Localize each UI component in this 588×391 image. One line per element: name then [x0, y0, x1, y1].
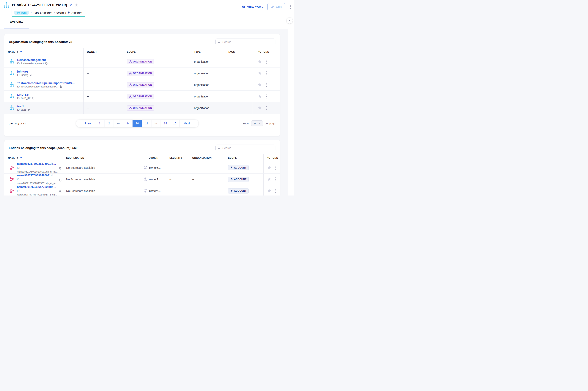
- page-button[interactable]: 1: [95, 120, 104, 127]
- page-button[interactable]: 9: [123, 120, 133, 127]
- question-circle-icon: [144, 189, 147, 193]
- scorecards-cell: No Scorecard available: [63, 178, 143, 181]
- table-row[interactable]: DND_KK ID: DND_KK -- ORGANIZATION organi…: [4, 91, 280, 102]
- type-value: Account: [42, 11, 52, 14]
- star-icon[interactable]: [258, 60, 262, 64]
- organization-cell: --: [192, 189, 228, 193]
- page-size-select[interactable]: 5: [251, 120, 263, 126]
- row-kebab-icon[interactable]: [275, 165, 277, 171]
- pin-icon[interactable]: [19, 51, 22, 53]
- column-security: SECURITY: [169, 157, 192, 159]
- page-button[interactable]: 11: [142, 120, 151, 127]
- type-cell: organization: [190, 106, 224, 110]
- scope-badge: ACCOUNT: [228, 177, 249, 182]
- page-ellipsis[interactable]: •••: [114, 120, 123, 127]
- arrow-left-icon: ←: [80, 122, 83, 125]
- star-icon[interactable]: [258, 94, 262, 98]
- scope-badge: ORGANIZATION: [127, 59, 154, 64]
- organization-tree-icon: [9, 82, 14, 88]
- page-button[interactable]: 14: [161, 120, 170, 127]
- row-kebab-icon[interactable]: [275, 177, 277, 182]
- edit-button[interactable]: Edit: [267, 3, 285, 10]
- table-row[interactable]: ReleaseManagement ID: ReleaseManagement …: [4, 56, 280, 67]
- copy-icon[interactable]: [29, 74, 32, 77]
- table-row[interactable]: name98671759898485031idp_... ID: name986…: [4, 173, 280, 185]
- organization-tree-icon: [9, 94, 14, 99]
- table-row[interactable]: juhi-org ID: juhiorg -- ORGANIZATION org…: [4, 67, 280, 79]
- entities-search-input[interactable]: [215, 145, 276, 151]
- org-id: ID: ReleaseManagement: [17, 62, 44, 65]
- table-row[interactable]: name98521760935275091idp_... ID: name985…: [4, 162, 280, 173]
- search-icon: [217, 146, 221, 150]
- pin-icon[interactable]: [19, 157, 22, 159]
- organisations-search-input[interactable]: [215, 39, 276, 45]
- entity-id: name9991759466477325idp_ui_aut...: [17, 193, 57, 196]
- row-kebab-icon[interactable]: [265, 105, 267, 111]
- column-actions: ACTIONS: [263, 154, 280, 162]
- org-name-link[interactable]: TestAccResourcePipelineImportFromGit_oN.…: [17, 82, 75, 85]
- page-button[interactable]: 2: [104, 120, 114, 127]
- star-icon[interactable]: [267, 166, 272, 170]
- copy-icon[interactable]: [45, 62, 48, 65]
- organization-cell: --: [192, 166, 228, 169]
- tab-overview[interactable]: Overview: [4, 15, 29, 29]
- header-kebab-icon[interactable]: [289, 4, 292, 9]
- copy-icon[interactable]: [27, 108, 30, 111]
- next-page-button[interactable]: Next→: [179, 120, 198, 127]
- table-row[interactable]: name9991759466477325idp_ui... ID: name99…: [4, 185, 280, 196]
- show-label: Show: [242, 122, 249, 125]
- page-button-active[interactable]: 10: [133, 120, 142, 127]
- scope-badge: ORGANIZATION: [127, 94, 154, 99]
- entity-id-label: ID:: [17, 166, 58, 170]
- entity-name-link[interactable]: name98521760935275091idp_...: [17, 162, 57, 166]
- favorite-star-icon[interactable]: [75, 3, 78, 7]
- page-ellipsis[interactable]: •••: [151, 120, 161, 127]
- column-type: TYPE: [190, 51, 224, 53]
- row-kebab-icon[interactable]: [265, 94, 267, 99]
- star-icon[interactable]: [258, 71, 262, 75]
- sort-icon[interactable]: [16, 157, 18, 159]
- star-icon[interactable]: [267, 177, 272, 181]
- scope-badge: ORGANIZATION: [127, 71, 154, 76]
- sort-icon[interactable]: [16, 51, 18, 53]
- entity-name-link[interactable]: name98671759898485031idp_...: [17, 174, 57, 177]
- column-scorecards: SCORECARDS: [63, 157, 143, 159]
- star-icon[interactable]: [258, 83, 262, 87]
- copy-icon[interactable]: [32, 97, 35, 100]
- entity-icon: [9, 188, 14, 194]
- organization-icon: [129, 60, 132, 63]
- org-name-link[interactable]: DND_KK: [17, 93, 35, 96]
- table-row[interactable]: TestAccResourcePipelineImportFromGit_oN.…: [4, 79, 280, 91]
- star-icon[interactable]: [267, 189, 272, 193]
- org-id: ID: juhiorg: [17, 74, 28, 77]
- row-kebab-icon[interactable]: [265, 59, 267, 65]
- org-name-link[interactable]: ReleaseManagement: [17, 58, 48, 62]
- prev-page-button[interactable]: ←Prev: [76, 120, 95, 127]
- entity-id: name98521760935275091idp_ui_au...: [17, 170, 58, 173]
- entity-name-link[interactable]: name9991759466477325idp_ui...: [17, 185, 57, 189]
- per-page-label: per page: [265, 122, 276, 125]
- org-name-link[interactable]: juhi-org: [17, 70, 32, 73]
- entities-title: Entities belonging to this scope (accoun…: [9, 146, 78, 150]
- star-icon[interactable]: [258, 106, 262, 110]
- org-name-link[interactable]: test1: [17, 105, 30, 108]
- hierarchy-badge: Hierarchy: [13, 10, 29, 15]
- organisations-title: Organisation belonging to this Account: …: [9, 40, 72, 44]
- arrow-right-icon: →: [191, 122, 194, 125]
- collapse-panel-button[interactable]: [287, 17, 293, 23]
- row-kebab-icon[interactable]: [265, 82, 267, 88]
- view-yaml-button[interactable]: View YAML: [242, 5, 263, 9]
- organisations-search: [215, 39, 276, 45]
- type-cell: organization: [190, 83, 224, 87]
- organization-tree-icon: [9, 71, 14, 76]
- row-kebab-icon[interactable]: [275, 188, 277, 194]
- table-row[interactable]: test1 ID: test1 -- ORGANIZATION organiza…: [4, 102, 280, 114]
- page-button[interactable]: 15: [170, 120, 179, 127]
- copy-icon[interactable]: [59, 85, 62, 88]
- row-kebab-icon[interactable]: [265, 71, 267, 76]
- copy-title-icon[interactable]: [69, 3, 73, 6]
- copy-icon[interactable]: [59, 190, 62, 193]
- copy-icon[interactable]: [59, 167, 62, 170]
- organization-icon: [129, 107, 132, 109]
- copy-icon[interactable]: [59, 179, 62, 182]
